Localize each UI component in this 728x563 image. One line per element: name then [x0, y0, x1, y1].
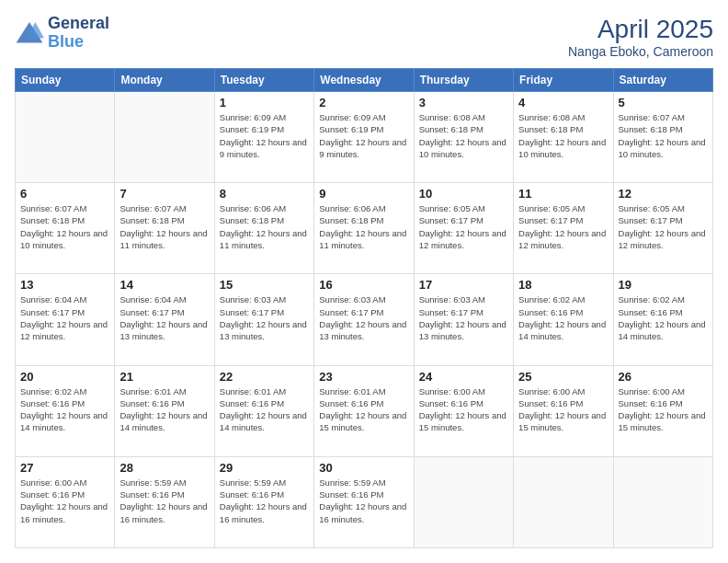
cell-info: Sunrise: 6:02 AMSunset: 6:16 PMDaylight:… [518, 293, 608, 342]
cell-info: Sunrise: 6:08 AMSunset: 6:18 PMDaylight:… [518, 111, 608, 160]
cell-info: Sunrise: 6:07 AMSunset: 6:18 PMDaylight:… [119, 202, 209, 251]
weekday-header: Saturday [613, 69, 712, 92]
calendar-cell: 14Sunrise: 6:04 AMSunset: 6:17 PMDayligh… [115, 274, 214, 365]
calendar-cell: 2Sunrise: 6:09 AMSunset: 6:19 PMDaylight… [314, 92, 414, 183]
cell-info: Sunrise: 6:04 AMSunset: 6:17 PMDaylight:… [20, 293, 109, 342]
cell-info: Sunrise: 6:00 AMSunset: 6:16 PMDaylight:… [20, 477, 109, 525]
day-number: 24 [419, 370, 508, 384]
calendar-cell: 12Sunrise: 6:05 AMSunset: 6:17 PMDayligh… [613, 183, 712, 274]
day-number: 1 [220, 96, 309, 109]
cell-info: Sunrise: 6:06 AMSunset: 6:18 PMDaylight:… [319, 202, 408, 251]
day-number: 26 [619, 370, 708, 384]
calendar-cell [414, 456, 513, 547]
calendar-cell: 17Sunrise: 6:03 AMSunset: 6:17 PMDayligh… [414, 274, 513, 365]
cell-info: Sunrise: 6:00 AMSunset: 6:16 PMDaylight:… [619, 385, 708, 434]
cell-info: Sunrise: 6:03 AMSunset: 6:17 PMDaylight:… [220, 293, 309, 342]
cell-info: Sunrise: 6:00 AMSunset: 6:16 PMDaylight:… [419, 385, 508, 434]
day-number: 14 [119, 278, 209, 292]
cell-info: Sunrise: 6:06 AMSunset: 6:18 PMDaylight:… [220, 202, 309, 251]
weekday-header: Tuesday [214, 69, 313, 92]
weekday-header: Thursday [414, 69, 513, 92]
weekday-header: Monday [115, 69, 214, 92]
day-number: 17 [419, 278, 508, 292]
day-number: 21 [119, 370, 209, 384]
calendar-cell: 10Sunrise: 6:05 AMSunset: 6:17 PMDayligh… [414, 183, 513, 274]
day-number: 20 [20, 370, 109, 384]
calendar-cell: 30Sunrise: 5:59 AMSunset: 6:16 PMDayligh… [314, 456, 414, 547]
header: General Blue April 2025 Nanga Eboko, Cam… [15, 15, 713, 59]
day-number: 19 [619, 278, 708, 292]
calendar-cell: 15Sunrise: 6:03 AMSunset: 6:17 PMDayligh… [214, 274, 313, 365]
cell-info: Sunrise: 6:05 AMSunset: 6:17 PMDaylight:… [619, 202, 708, 251]
day-number: 27 [20, 461, 109, 475]
calendar-cell: 25Sunrise: 6:00 AMSunset: 6:16 PMDayligh… [514, 365, 613, 456]
calendar-cell: 9Sunrise: 6:06 AMSunset: 6:18 PMDaylight… [314, 183, 414, 274]
day-number: 22 [220, 370, 309, 384]
weekday-header: Sunday [16, 69, 115, 92]
logo-text: General Blue [48, 15, 109, 52]
calendar-cell: 26Sunrise: 6:00 AMSunset: 6:16 PMDayligh… [613, 365, 712, 456]
calendar-cell [514, 456, 613, 547]
calendar-week-row: 20Sunrise: 6:02 AMSunset: 6:16 PMDayligh… [16, 365, 713, 456]
cell-info: Sunrise: 6:05 AMSunset: 6:17 PMDaylight:… [419, 202, 508, 251]
cell-info: Sunrise: 6:05 AMSunset: 6:17 PMDaylight:… [518, 202, 608, 251]
calendar-cell: 23Sunrise: 6:01 AMSunset: 6:16 PMDayligh… [314, 365, 414, 456]
calendar-cell: 22Sunrise: 6:01 AMSunset: 6:16 PMDayligh… [214, 365, 313, 456]
day-number: 6 [20, 187, 109, 201]
calendar-table: SundayMondayTuesdayWednesdayThursdayFrid… [15, 68, 713, 548]
weekday-header: Friday [514, 69, 613, 92]
calendar-cell [16, 92, 115, 183]
day-number: 16 [319, 278, 408, 292]
calendar-week-row: 13Sunrise: 6:04 AMSunset: 6:17 PMDayligh… [16, 274, 713, 365]
location-subtitle: Nanga Eboko, Cameroon [568, 44, 713, 59]
day-number: 28 [119, 461, 209, 475]
calendar-cell [115, 92, 214, 183]
day-number: 8 [220, 187, 309, 201]
cell-info: Sunrise: 6:07 AMSunset: 6:18 PMDaylight:… [20, 202, 109, 251]
day-number: 4 [518, 96, 608, 109]
calendar-week-row: 6Sunrise: 6:07 AMSunset: 6:18 PMDaylight… [16, 183, 713, 274]
cell-info: Sunrise: 6:01 AMSunset: 6:16 PMDaylight:… [319, 385, 408, 434]
calendar-cell: 11Sunrise: 6:05 AMSunset: 6:17 PMDayligh… [514, 183, 613, 274]
calendar-cell: 24Sunrise: 6:00 AMSunset: 6:16 PMDayligh… [414, 365, 513, 456]
cell-info: Sunrise: 6:00 AMSunset: 6:16 PMDaylight:… [518, 385, 608, 434]
day-number: 30 [319, 461, 408, 475]
logo-line1: General [48, 15, 109, 33]
calendar-cell [613, 456, 712, 547]
day-number: 7 [119, 187, 209, 201]
calendar-cell: 8Sunrise: 6:06 AMSunset: 6:18 PMDaylight… [214, 183, 313, 274]
day-number: 15 [220, 278, 309, 292]
cell-info: Sunrise: 6:09 AMSunset: 6:19 PMDaylight:… [220, 111, 309, 160]
cell-info: Sunrise: 6:03 AMSunset: 6:17 PMDaylight:… [419, 293, 508, 342]
day-number: 11 [518, 187, 608, 201]
calendar-cell: 6Sunrise: 6:07 AMSunset: 6:18 PMDaylight… [16, 183, 115, 274]
day-number: 5 [619, 96, 708, 109]
calendar-cell: 5Sunrise: 6:07 AMSunset: 6:18 PMDaylight… [613, 92, 712, 183]
logo-icon [15, 20, 44, 46]
calendar-cell: 16Sunrise: 6:03 AMSunset: 6:17 PMDayligh… [314, 274, 414, 365]
cell-info: Sunrise: 5:59 AMSunset: 6:16 PMDaylight:… [119, 477, 209, 525]
day-number: 25 [518, 370, 608, 384]
calendar-cell: 3Sunrise: 6:08 AMSunset: 6:18 PMDaylight… [414, 92, 513, 183]
cell-info: Sunrise: 6:03 AMSunset: 6:17 PMDaylight:… [319, 293, 408, 342]
cell-info: Sunrise: 5:59 AMSunset: 6:16 PMDaylight:… [220, 477, 309, 525]
cell-info: Sunrise: 6:02 AMSunset: 6:16 PMDaylight:… [20, 385, 109, 434]
weekday-header: Wednesday [314, 69, 414, 92]
calendar-cell: 28Sunrise: 5:59 AMSunset: 6:16 PMDayligh… [115, 456, 214, 547]
day-number: 18 [518, 278, 608, 292]
calendar-cell: 21Sunrise: 6:01 AMSunset: 6:16 PMDayligh… [115, 365, 214, 456]
day-number: 9 [319, 187, 408, 201]
calendar-cell: 18Sunrise: 6:02 AMSunset: 6:16 PMDayligh… [514, 274, 613, 365]
cell-info: Sunrise: 6:02 AMSunset: 6:16 PMDaylight:… [619, 293, 708, 342]
calendar-cell: 27Sunrise: 6:00 AMSunset: 6:16 PMDayligh… [16, 456, 115, 547]
cell-info: Sunrise: 6:01 AMSunset: 6:16 PMDaylight:… [220, 385, 309, 434]
logo: General Blue [15, 15, 109, 52]
calendar-cell: 4Sunrise: 6:08 AMSunset: 6:18 PMDaylight… [514, 92, 613, 183]
calendar-header-row: SundayMondayTuesdayWednesdayThursdayFrid… [16, 69, 713, 92]
calendar-cell: 19Sunrise: 6:02 AMSunset: 6:16 PMDayligh… [613, 274, 712, 365]
calendar-week-row: 27Sunrise: 6:00 AMSunset: 6:16 PMDayligh… [16, 456, 713, 547]
month-title: April 2025 [568, 15, 713, 44]
cell-info: Sunrise: 6:09 AMSunset: 6:19 PMDaylight:… [319, 111, 408, 160]
cell-info: Sunrise: 5:59 AMSunset: 6:16 PMDaylight:… [319, 477, 408, 525]
day-number: 3 [419, 96, 508, 109]
